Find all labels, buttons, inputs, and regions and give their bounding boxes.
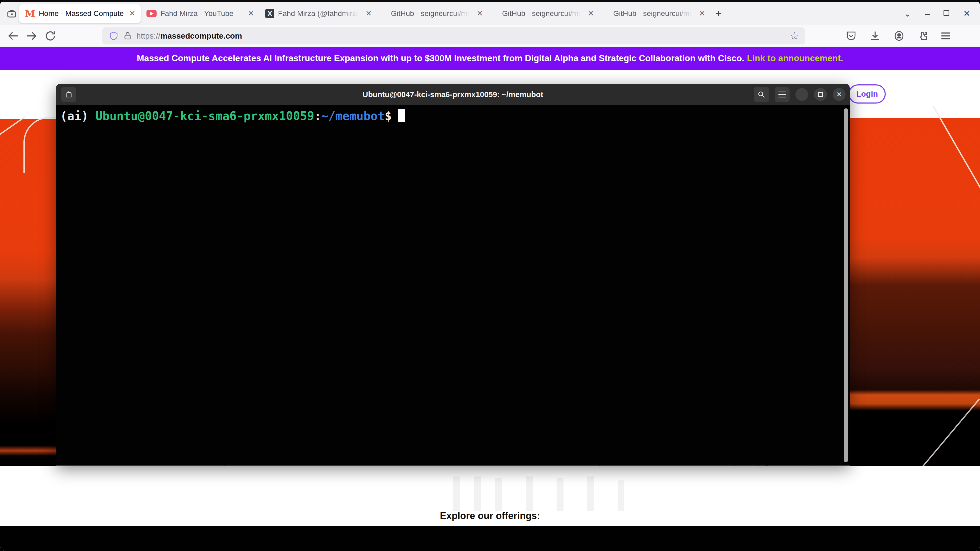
tab-title: Home - Massed Compute <box>39 9 124 18</box>
tab-close-icon[interactable]: ✕ <box>366 10 372 17</box>
announcement-banner: Massed Compute Accelerates AI Infrastruc… <box>0 47 980 70</box>
offerings-heading: Explore our offerings: <box>0 510 980 521</box>
tab-close-icon[interactable]: ✕ <box>129 10 135 17</box>
tab-close-icon[interactable]: ✕ <box>588 10 594 17</box>
list-tabs-chevron-icon[interactable]: ⌄ <box>904 8 911 19</box>
lock-icon[interactable] <box>123 30 132 41</box>
tab-close-icon[interactable]: ✕ <box>699 10 705 17</box>
x-favicon: X <box>265 9 274 18</box>
tab-close-icon[interactable]: ✕ <box>477 10 483 17</box>
tab-github-3[interactable]: GitHub - seigneurcui/me ✕ <box>608 4 711 23</box>
window-restore-icon[interactable] <box>943 10 950 17</box>
browser-tab-bar: M Home - Massed Compute ✕ Fahd Mirza - Y… <box>0 2 980 25</box>
terminal-search-icon[interactable] <box>754 87 769 102</box>
screenshot-frame: M Home - Massed Compute ✕ Fahd Mirza - Y… <box>0 0 980 551</box>
tab-title: GitHub - seigneurcui/me <box>613 9 694 18</box>
tab-fahd-mirza-youtube[interactable]: Fahd Mirza - YouTube ✕ <box>141 4 259 23</box>
terminal-prompt: (ai) Ubuntu@0047-kci-sma6-prxmx10059:~/m… <box>60 109 850 123</box>
back-icon[interactable] <box>4 30 22 42</box>
app-menu-icon[interactable] <box>941 30 950 41</box>
prompt-prefix: (ai) <box>60 109 95 123</box>
tab-home-massed-compute[interactable]: M Home - Massed Compute ✕ <box>19 4 141 23</box>
tab-fahd-mirza-x[interactable]: X Fahd Mirza (@fahdmirza ✕ <box>259 4 377 23</box>
terminal-cursor <box>398 109 405 122</box>
window-minimize-icon[interactable]: – <box>925 9 930 19</box>
terminal-titlebar[interactable]: Ubuntu@0047-kci-sma6-prxmx10059: ~/memub… <box>56 84 850 105</box>
terminal-window[interactable]: Ubuntu@0047-kci-sma6-prxmx10059: ~/memub… <box>56 84 850 465</box>
account-icon[interactable] <box>893 30 905 42</box>
pocket-save-icon[interactable] <box>845 30 857 42</box>
prompt-separator: : <box>314 109 321 123</box>
firefox-view-icon[interactable] <box>4 6 19 21</box>
window-close-icon[interactable]: ✕ <box>963 8 970 19</box>
hero-image-right <box>850 118 980 466</box>
reload-icon[interactable] <box>41 30 60 42</box>
terminal-minimize-icon[interactable]: – <box>795 88 808 101</box>
terminal-close-icon[interactable]: ✕ <box>833 88 845 101</box>
terminal-title: Ubuntu@0047-kci-sma6-prxmx10059: ~/memub… <box>56 90 850 99</box>
tab-title: Fahd Mirza - YouTube <box>160 9 233 18</box>
window-controls: ⌄ – ✕ <box>904 8 980 19</box>
terminal-window-controls: – ✕ <box>754 87 845 102</box>
browser-toolbar: https://massedcompute.com ☆ <box>0 25 980 47</box>
tab-title: GitHub - seigneurcui/me <box>502 9 582 18</box>
page-content: Login Ubuntu@0047-kci-sma6-prxmx10059: ~… <box>0 70 980 551</box>
tracking-protection-shield-icon[interactable] <box>109 30 119 41</box>
window-top-edge <box>0 0 980 2</box>
announcement-text: Massed Compute Accelerates AI Infrastruc… <box>137 53 744 64</box>
youtube-favicon <box>146 10 157 17</box>
prompt-user-host: Ubuntu@0047-kci-sma6-prxmx10059 <box>95 109 314 123</box>
extensions-puzzle-icon[interactable] <box>917 30 929 42</box>
tab-github-1[interactable]: GitHub - seigneurcui/me ✕ <box>385 4 488 23</box>
login-button[interactable]: Login <box>848 84 886 103</box>
tab-title: Fahd Mirza (@fahdmirza <box>278 9 360 18</box>
terminal-menu-icon[interactable] <box>775 87 790 102</box>
bottom-black-bar <box>0 526 980 551</box>
terminal-maximize-icon[interactable] <box>814 88 827 101</box>
tab-close-icon[interactable]: ✕ <box>248 10 254 17</box>
downloads-icon[interactable] <box>869 30 881 42</box>
bookmark-star-icon[interactable]: ☆ <box>790 30 799 42</box>
terminal-body[interactable]: (ai) Ubuntu@0047-kci-sma6-prxmx10059:~/m… <box>56 105 850 465</box>
announcement-link[interactable]: Link to announcement. <box>747 53 843 64</box>
tab-github-2[interactable]: GitHub - seigneurcui/me ✕ <box>496 4 599 23</box>
tab-title: GitHub - seigneurcui/me <box>391 9 471 18</box>
terminal-scrollbar[interactable] <box>844 108 848 462</box>
url-bar[interactable]: https://massedcompute.com ☆ <box>102 27 805 44</box>
new-tab-button[interactable]: + <box>715 8 721 20</box>
prompt-path: ~/memubot <box>321 109 385 123</box>
massed-compute-favicon: M <box>25 8 35 19</box>
prompt-symbol: $ <box>385 109 392 123</box>
forward-icon[interactable] <box>22 30 41 42</box>
url-text[interactable]: https://massedcompute.com <box>136 32 242 40</box>
toolbar-action-icons <box>845 30 950 42</box>
